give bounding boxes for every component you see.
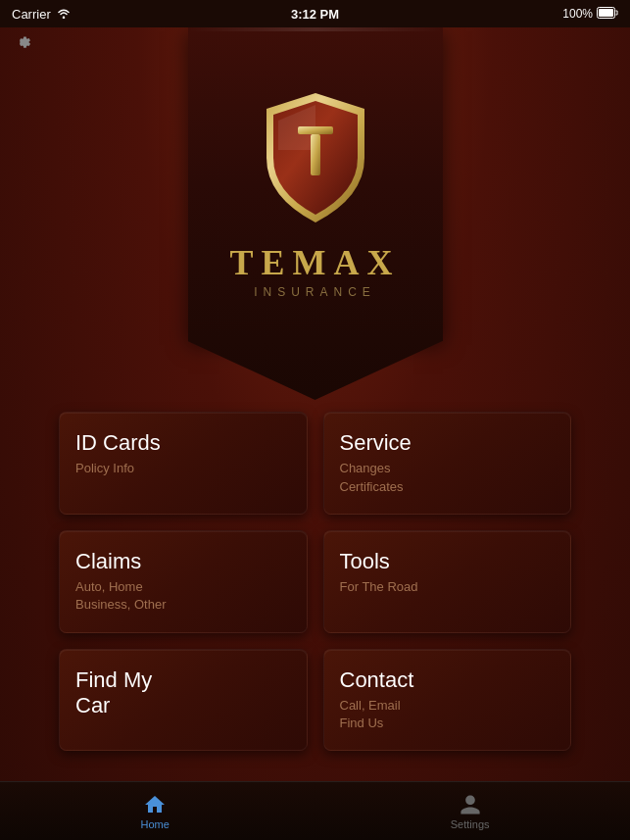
svg-rect-3 xyxy=(298,126,333,134)
tools-title: Tools xyxy=(340,549,556,574)
status-left: Carrier xyxy=(12,7,71,22)
tab-settings-label: Settings xyxy=(451,818,490,830)
contact-title: Contact xyxy=(340,667,556,693)
menu-grid: ID Cards Policy Info Service ChangesCert… xyxy=(59,412,571,751)
battery-icon xyxy=(597,7,618,22)
contact-sub: Call, EmailFind Us xyxy=(340,697,556,732)
banner-body: TEMAX INSURANCE xyxy=(188,27,443,341)
wifi-icon xyxy=(57,7,71,22)
settings-gear[interactable] xyxy=(12,31,33,57)
status-bar: Carrier 3:12 PM 100% xyxy=(0,0,630,27)
svg-rect-2 xyxy=(599,9,613,17)
carrier-label: Carrier xyxy=(12,7,51,22)
find-my-car-button[interactable]: Find MyCar xyxy=(59,649,308,752)
banner-point xyxy=(188,341,443,400)
status-right: 100% xyxy=(562,7,618,22)
battery-label: 100% xyxy=(562,7,593,21)
brand-sub: INSURANCE xyxy=(254,285,376,299)
id-cards-sub: Policy Info xyxy=(75,460,291,477)
tab-home-label: Home xyxy=(140,818,169,830)
claims-title: Claims xyxy=(75,549,291,574)
claims-button[interactable]: Claims Auto, HomeBusiness, Other xyxy=(59,530,308,633)
shield-logo xyxy=(257,89,374,226)
tab-settings[interactable]: Settings xyxy=(431,789,509,834)
tab-home[interactable]: Home xyxy=(121,789,188,834)
id-cards-title: ID Cards xyxy=(75,430,291,456)
person-icon xyxy=(459,793,482,816)
tab-bar: Home Settings xyxy=(0,781,630,840)
brand-name: TEMAX xyxy=(230,242,401,283)
find-my-car-title: Find MyCar xyxy=(75,667,291,719)
tools-sub: For The Road xyxy=(340,578,556,596)
contact-button[interactable]: Contact Call, EmailFind Us xyxy=(323,649,572,752)
svg-rect-4 xyxy=(311,134,320,175)
service-sub: ChangesCertificates xyxy=(340,460,556,495)
service-button[interactable]: Service ChangesCertificates xyxy=(323,412,572,515)
banner: TEMAX INSURANCE xyxy=(188,27,443,400)
status-time: 3:12 PM xyxy=(291,7,339,22)
claims-sub: Auto, HomeBusiness, Other xyxy=(75,578,291,614)
service-title: Service xyxy=(340,430,556,456)
home-icon xyxy=(143,793,167,816)
svg-point-0 xyxy=(63,16,65,18)
id-cards-button[interactable]: ID Cards Policy Info xyxy=(59,412,308,515)
tools-button[interactable]: Tools For The Road xyxy=(323,530,572,633)
